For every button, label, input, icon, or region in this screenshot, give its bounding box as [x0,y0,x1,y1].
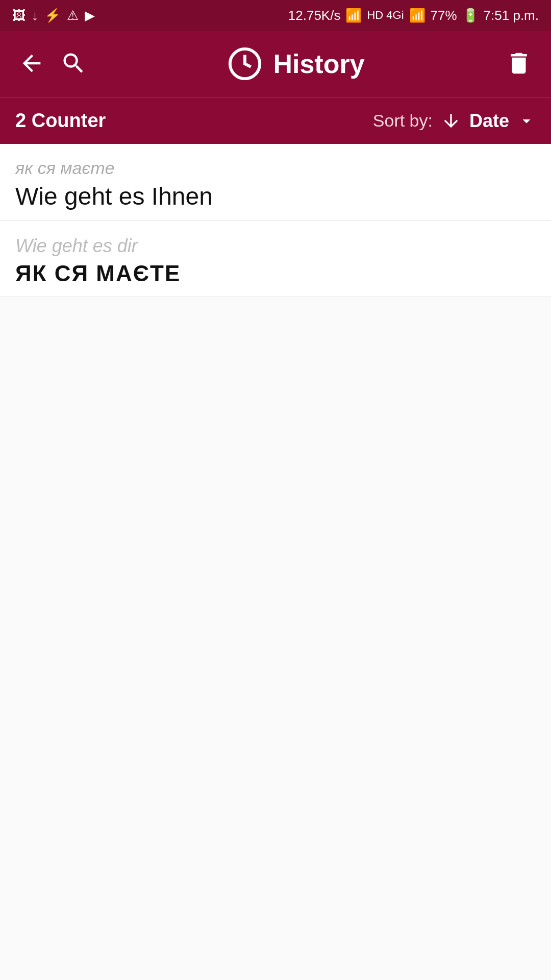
time: 7:51 p.m. [484,8,539,23]
chevron-down-icon [517,112,536,130]
history-list: як ся маєте Wie geht es Ihnen Wie geht e… [0,144,551,980]
target-text-2: як ся маєте [15,261,536,286]
warning-icon: ⚠ [67,8,79,23]
delete-button[interactable] [505,50,533,79]
target-text-1: Wie geht es Ihnen [15,182,536,210]
clock-icon [227,46,263,82]
status-icons-left: 🖼 ↓ ⚡ ⚠ ▶ [12,8,95,23]
battery-icon: 🔋 [462,8,479,23]
image-icon: 🖼 [12,8,26,23]
play-icon: ▶ [85,8,95,23]
source-text-2: Wie geht es dir [15,235,536,257]
status-right: 12.75K/s 📶 HD 4Gi 📶 77% 🔋 7:51 p.m. [288,8,539,23]
search-icon [60,50,87,77]
wifi-icon: 📶 [345,8,362,23]
usb-icon: ⚡ [44,8,61,23]
list-item[interactable]: Wie geht es dir як ся маєте [0,221,551,297]
back-button[interactable] [18,50,45,78]
source-text-1: як ся маєте [15,158,536,178]
app-bar: History [0,31,551,97]
search-button[interactable] [60,50,87,78]
sort-controls[interactable]: Sort by: Date [373,110,536,132]
counter-label: 2 Counter [15,110,373,132]
back-icon [18,50,45,77]
trash-icon [505,50,533,77]
status-bar: 🖼 ↓ ⚡ ⚠ ▶ 12.75K/s 📶 HD 4Gi 📶 77% 🔋 7:51… [0,0,551,31]
sort-by-label: Sort by: [373,111,433,131]
sort-direction-icon [441,111,461,131]
sort-bar: 2 Counter Sort by: Date [0,97,551,144]
page-title: History [273,48,364,79]
download-icon: ↓ [32,8,38,23]
list-item[interactable]: як ся маєте Wie geht es Ihnen [0,144,551,221]
signal-icon: 📶 [409,8,425,23]
sort-field-label: Date [469,110,509,132]
network-speed: 12.75K/s [288,8,341,23]
battery: 77% [431,8,457,23]
network-type: HD 4Gi [367,9,404,22]
app-bar-title-group: History [102,46,490,82]
